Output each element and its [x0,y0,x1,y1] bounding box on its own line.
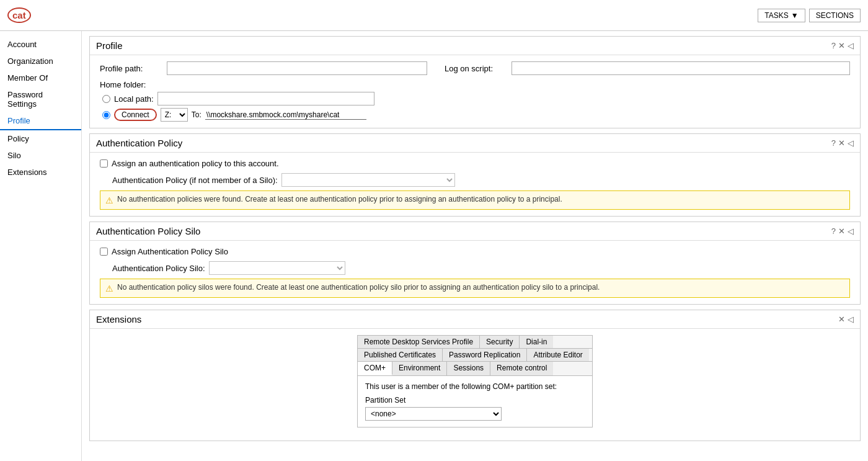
connect-path-input[interactable] [205,110,366,120]
tab-remote-control[interactable]: Remote control [490,362,553,375]
help-icon-silo[interactable]: ? [831,226,836,236]
auth-silo-body: Assign Authentication Policy Silo Authen… [90,241,860,304]
logon-script-input[interactable] [512,61,850,75]
close-icon-ext[interactable]: ✕ [838,315,845,324]
auth-checkbox-row: Assign an authentication policy to this … [100,159,850,168]
tab-remote-desktop[interactable]: Remote Desktop Services Profile [358,336,480,348]
drive-select[interactable]: Z: Y: X: [161,108,188,122]
close-icon[interactable]: ✕ [838,41,845,50]
sidebar-item-account[interactable]: Account [0,36,81,53]
extensions-header: Extensions ✕ ◁ [90,310,860,329]
close-icon-auth[interactable]: ✕ [838,138,845,148]
extensions-body: Remote Desktop Services Profile Security… [90,329,860,441]
close-icon-silo[interactable]: ✕ [838,226,845,236]
auth-policy-warning: ⚠ No authentication policies were found.… [100,190,850,210]
sidebar-item-organization[interactable]: Organization [0,53,81,69]
auth-policy-checkbox-label: Assign an authentication policy to this … [112,159,279,168]
extensions-com-content: This user is a member of the following C… [358,376,592,427]
tab-dial-in[interactable]: Dial-in [520,336,553,348]
auth-policy-select-row: Authentication Policy (if not member of … [112,173,850,187]
extensions-title: Extensions [96,314,141,324]
silo-checkbox-label: Assign Authentication Policy Silo [112,247,228,256]
partition-set-label: Partition Set [365,396,585,405]
profile-section-icons: ? ✕ ◁ [831,41,854,50]
content-area: Profile ? ✕ ◁ Profile path: Log on scrip… [82,31,868,461]
home-folder-group: Home folder: Local path: Connect Z: Y: X… [100,80,850,122]
expand-icon-auth[interactable]: ◁ [848,138,854,148]
extensions-section: Extensions ✕ ◁ Remote Desktop Services P… [89,310,861,441]
expand-icon-silo[interactable]: ◁ [848,226,854,236]
tab-sessions[interactable]: Sessions [447,362,490,375]
com-description: This user is a member of the following C… [365,382,585,391]
tab-security[interactable]: Security [480,336,520,348]
sidebar-item-password-settings[interactable]: Password Settings [0,86,81,112]
sections-button[interactable]: SECTIONS [809,9,861,22]
auth-policy-title: Authentication Policy [96,138,182,148]
top-bar: cat TASKS ▼ SECTIONS [0,0,868,31]
auth-policy-select-label: Authentication Policy (if not member of … [112,176,278,185]
sidebar-item-silo[interactable]: Silo [0,147,81,164]
sidebar: Account Organization Member Of Password … [0,31,82,461]
connect-row: Connect Z: Y: X: To: [102,108,850,122]
expand-icon-ext[interactable]: ◁ [848,315,854,324]
connect-label[interactable]: Connect [114,109,157,121]
silo-warning-text: No authentication policy silos were foun… [117,283,600,292]
auth-silo-title: Authentication Policy Silo [96,226,200,236]
auth-silo-section: Authentication Policy Silo ? ✕ ◁ Assign … [89,222,861,305]
tab-published-certs[interactable]: Published Certificates [358,349,443,361]
home-folder-label: Home folder: [100,80,850,89]
auth-policy-warning-text: No authentication policies were found. C… [117,195,562,204]
extensions-inner-wrapper: Remote Desktop Services Profile Security… [100,335,850,427]
local-path-label: Local path: [114,94,154,104]
local-path-radio[interactable] [102,95,110,103]
auth-silo-icons: ? ✕ ◁ [831,226,854,236]
warning-icon: ⚠ [105,195,113,205]
local-path-input[interactable] [157,92,374,105]
auth-policy-checkbox[interactable] [100,159,108,168]
auth-policy-select[interactable] [281,173,455,187]
extensions-inner: Remote Desktop Services Profile Security… [357,335,593,427]
profile-section-title: Profile [96,40,123,51]
auth-policy-icons: ? ✕ ◁ [831,138,854,148]
app-logo: cat [7,7,31,23]
sidebar-item-policy[interactable]: Policy [0,130,81,147]
silo-select-row: Authentication Policy Silo: [112,261,850,275]
profile-section: Profile ? ✕ ◁ Profile path: Log on scrip… [89,36,861,128]
tab-attribute-editor[interactable]: Attribute Editor [527,349,588,361]
tasks-button[interactable]: TASKS ▼ [758,9,805,22]
logon-script-label: Log on script: [445,64,507,73]
extensions-tabs-3: COM+ Environment Sessions Remote control [358,362,592,376]
silo-select[interactable] [209,261,345,275]
help-icon[interactable]: ? [831,41,836,50]
silo-select-label: Authentication Policy Silo: [112,264,205,273]
local-path-row: Local path: [102,92,850,105]
tab-com-plus[interactable]: COM+ [358,362,392,375]
expand-icon[interactable]: ◁ [848,41,854,50]
extensions-icons: ✕ ◁ [838,315,854,324]
sidebar-item-member-of[interactable]: Member Of [0,69,81,86]
profile-section-body: Profile path: Log on script: Home folder… [90,55,860,128]
sidebar-item-profile[interactable]: Profile [0,112,81,130]
partition-select[interactable]: <none> [365,407,502,421]
profile-path-row: Profile path: Log on script: [100,61,850,75]
tab-password-replication[interactable]: Password Replication [443,349,527,361]
silo-warning: ⚠ No authentication policy silos were fo… [100,279,850,298]
auth-policy-header: Authentication Policy ? ✕ ◁ [90,134,860,153]
auth-silo-header: Authentication Policy Silo ? ✕ ◁ [90,222,860,241]
connect-radio[interactable] [102,111,110,119]
silo-checkbox[interactable] [100,248,108,256]
silo-checkbox-row: Assign Authentication Policy Silo [100,247,850,256]
auth-policy-body: Assign an authentication policy to this … [90,153,860,216]
help-icon-auth[interactable]: ? [831,138,836,148]
profile-section-header: Profile ? ✕ ◁ [90,37,860,55]
sidebar-item-extensions[interactable]: Extensions [0,164,81,181]
extensions-tabs: Remote Desktop Services Profile Security… [358,336,592,349]
tab-environment[interactable]: Environment [392,362,447,375]
profile-path-input[interactable] [167,61,427,75]
extensions-tabs-2: Published Certificates Password Replicat… [358,349,592,362]
main-layout: Account Organization Member Of Password … [0,31,868,461]
to-label: To: [192,110,202,119]
silo-warning-icon: ⚠ [105,284,113,293]
auth-policy-section: Authentication Policy ? ✕ ◁ Assign an au… [89,133,861,217]
profile-path-label: Profile path: [100,64,162,73]
